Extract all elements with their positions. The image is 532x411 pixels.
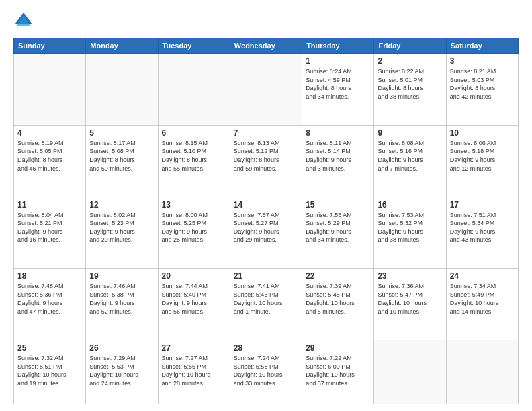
calendar-week-row: 25Sunrise: 7:32 AM Sunset: 5:51 PM Dayli… [14, 340, 519, 404]
calendar-cell: 23Sunrise: 7:36 AM Sunset: 5:47 PM Dayli… [374, 269, 446, 340]
page: SundayMondayTuesdayWednesdayThursdayFrid… [0, 0, 532, 411]
weekday-header-thursday: Thursday [302, 38, 374, 54]
calendar-cell: 12Sunrise: 8:02 AM Sunset: 5:23 PM Dayli… [86, 197, 158, 269]
day-number: 11 [17, 200, 82, 210]
calendar-cell: 4Sunrise: 8:19 AM Sunset: 5:05 PM Daylig… [14, 125, 86, 197]
day-number: 23 [378, 271, 442, 281]
day-number: 1 [306, 56, 370, 66]
calendar-cell [86, 54, 158, 126]
day-info: Sunrise: 8:21 AM Sunset: 5:03 PM Dayligh… [450, 67, 515, 101]
day-number: 13 [162, 200, 226, 210]
calendar-week-row: 4Sunrise: 8:19 AM Sunset: 5:05 PM Daylig… [14, 125, 519, 197]
calendar-cell: 16Sunrise: 7:53 AM Sunset: 5:32 PM Dayli… [374, 197, 446, 269]
day-number: 25 [17, 343, 82, 353]
logo-icon [13, 11, 34, 31]
day-info: Sunrise: 7:32 AM Sunset: 5:51 PM Dayligh… [17, 354, 82, 387]
day-info: Sunrise: 7:41 AM Sunset: 5:43 PM Dayligh… [234, 282, 298, 316]
day-number: 2 [378, 56, 442, 66]
calendar-cell: 9Sunrise: 8:08 AM Sunset: 5:16 PM Daylig… [374, 125, 446, 197]
day-info: Sunrise: 8:17 AM Sunset: 5:08 PM Dayligh… [89, 139, 154, 173]
calendar-cell [14, 54, 86, 126]
calendar-cell: 7Sunrise: 8:13 AM Sunset: 5:12 PM Daylig… [230, 125, 302, 197]
day-info: Sunrise: 7:51 AM Sunset: 5:34 PM Dayligh… [450, 211, 515, 244]
day-info: Sunrise: 7:44 AM Sunset: 5:40 PM Dayligh… [162, 282, 226, 316]
logo [13, 11, 36, 31]
calendar-cell: 21Sunrise: 7:41 AM Sunset: 5:43 PM Dayli… [230, 269, 302, 340]
calendar-week-row: 18Sunrise: 7:48 AM Sunset: 5:36 PM Dayli… [14, 269, 519, 340]
calendar-cell: 27Sunrise: 7:27 AM Sunset: 5:55 PM Dayli… [158, 340, 230, 404]
header [13, 11, 519, 31]
weekday-header-tuesday: Tuesday [158, 38, 230, 54]
weekday-header-friday: Friday [374, 38, 446, 54]
calendar-cell: 26Sunrise: 7:29 AM Sunset: 5:53 PM Dayli… [86, 340, 158, 404]
day-info: Sunrise: 8:15 AM Sunset: 5:10 PM Dayligh… [162, 139, 226, 173]
calendar-cell: 1Sunrise: 8:24 AM Sunset: 4:59 PM Daylig… [302, 54, 374, 126]
day-info: Sunrise: 7:48 AM Sunset: 5:36 PM Dayligh… [17, 282, 82, 316]
day-info: Sunrise: 7:34 AM Sunset: 5:49 PM Dayligh… [450, 282, 515, 316]
day-info: Sunrise: 8:04 AM Sunset: 5:21 PM Dayligh… [17, 211, 82, 244]
calendar-cell: 10Sunrise: 8:06 AM Sunset: 5:18 PM Dayli… [446, 125, 518, 197]
day-number: 16 [378, 200, 442, 210]
day-number: 29 [306, 343, 370, 353]
weekday-header-wednesday: Wednesday [230, 38, 302, 54]
calendar-cell: 19Sunrise: 7:46 AM Sunset: 5:38 PM Dayli… [86, 269, 158, 340]
day-number: 26 [89, 343, 154, 353]
day-number: 3 [450, 56, 515, 66]
day-info: Sunrise: 8:00 AM Sunset: 5:25 PM Dayligh… [162, 211, 226, 244]
day-number: 15 [306, 200, 370, 210]
day-info: Sunrise: 7:36 AM Sunset: 5:47 PM Dayligh… [378, 282, 442, 316]
day-info: Sunrise: 7:27 AM Sunset: 5:55 PM Dayligh… [162, 354, 226, 387]
day-number: 27 [162, 343, 226, 353]
calendar-cell [446, 340, 518, 404]
day-number: 20 [162, 271, 226, 281]
calendar-cell [230, 54, 302, 126]
day-number: 8 [306, 128, 370, 138]
day-number: 21 [234, 271, 298, 281]
calendar-week-row: 11Sunrise: 8:04 AM Sunset: 5:21 PM Dayli… [14, 197, 519, 269]
day-info: Sunrise: 8:08 AM Sunset: 5:16 PM Dayligh… [378, 139, 442, 173]
calendar-cell: 11Sunrise: 8:04 AM Sunset: 5:21 PM Dayli… [14, 197, 86, 269]
calendar-cell: 13Sunrise: 8:00 AM Sunset: 5:25 PM Dayli… [158, 197, 230, 269]
day-number: 24 [450, 271, 515, 281]
day-info: Sunrise: 7:39 AM Sunset: 5:45 PM Dayligh… [306, 282, 370, 316]
day-number: 7 [234, 128, 298, 138]
weekday-header-saturday: Saturday [446, 38, 518, 54]
day-number: 10 [450, 128, 515, 138]
day-info: Sunrise: 7:22 AM Sunset: 6:00 PM Dayligh… [306, 354, 370, 387]
day-number: 4 [17, 128, 82, 138]
day-info: Sunrise: 8:11 AM Sunset: 5:14 PM Dayligh… [306, 139, 370, 173]
calendar-cell [374, 340, 446, 404]
weekday-header-monday: Monday [86, 38, 158, 54]
day-number: 12 [89, 200, 154, 210]
calendar-cell: 8Sunrise: 8:11 AM Sunset: 5:14 PM Daylig… [302, 125, 374, 197]
day-number: 18 [17, 271, 82, 281]
calendar-cell: 6Sunrise: 8:15 AM Sunset: 5:10 PM Daylig… [158, 125, 230, 197]
day-info: Sunrise: 7:55 AM Sunset: 5:29 PM Dayligh… [306, 211, 370, 244]
calendar-cell: 17Sunrise: 7:51 AM Sunset: 5:34 PM Dayli… [446, 197, 518, 269]
calendar-cell: 24Sunrise: 7:34 AM Sunset: 5:49 PM Dayli… [446, 269, 518, 340]
calendar-cell: 14Sunrise: 7:57 AM Sunset: 5:27 PM Dayli… [230, 197, 302, 269]
day-info: Sunrise: 8:19 AM Sunset: 5:05 PM Dayligh… [17, 139, 82, 173]
day-number: 17 [450, 200, 515, 210]
day-info: Sunrise: 7:46 AM Sunset: 5:38 PM Dayligh… [89, 282, 154, 316]
calendar-cell: 3Sunrise: 8:21 AM Sunset: 5:03 PM Daylig… [446, 54, 518, 126]
calendar-cell: 5Sunrise: 8:17 AM Sunset: 5:08 PM Daylig… [86, 125, 158, 197]
day-info: Sunrise: 8:02 AM Sunset: 5:23 PM Dayligh… [89, 211, 154, 244]
calendar-week-row: 1Sunrise: 8:24 AM Sunset: 4:59 PM Daylig… [14, 54, 519, 126]
day-info: Sunrise: 7:29 AM Sunset: 5:53 PM Dayligh… [89, 354, 154, 387]
day-number: 5 [89, 128, 154, 138]
day-info: Sunrise: 8:24 AM Sunset: 4:59 PM Dayligh… [306, 67, 370, 101]
weekday-header-sunday: Sunday [14, 38, 86, 54]
day-number: 9 [378, 128, 442, 138]
day-number: 22 [306, 271, 370, 281]
day-info: Sunrise: 7:57 AM Sunset: 5:27 PM Dayligh… [234, 211, 298, 244]
calendar-cell: 15Sunrise: 7:55 AM Sunset: 5:29 PM Dayli… [302, 197, 374, 269]
calendar-cell [158, 54, 230, 126]
day-number: 19 [89, 271, 154, 281]
day-number: 6 [162, 128, 226, 138]
day-number: 28 [234, 343, 298, 353]
calendar-cell: 29Sunrise: 7:22 AM Sunset: 6:00 PM Dayli… [302, 340, 374, 404]
calendar-cell: 25Sunrise: 7:32 AM Sunset: 5:51 PM Dayli… [14, 340, 86, 404]
day-info: Sunrise: 8:06 AM Sunset: 5:18 PM Dayligh… [450, 139, 515, 173]
day-info: Sunrise: 8:13 AM Sunset: 5:12 PM Dayligh… [234, 139, 298, 173]
